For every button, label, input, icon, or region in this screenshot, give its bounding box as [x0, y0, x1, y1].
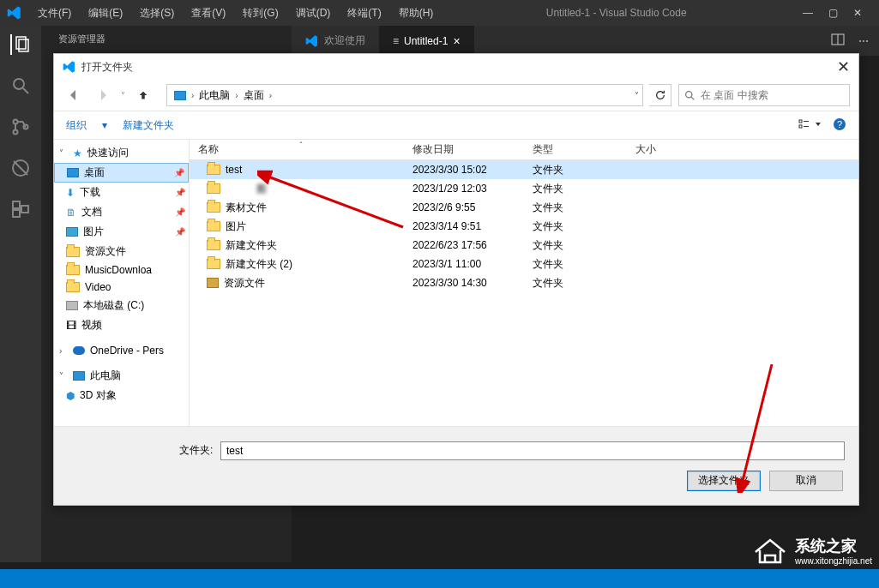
menu-selection[interactable]: 选择(S)	[133, 4, 181, 22]
file-date: 2023/3/1 11:00	[412, 258, 533, 270]
collapse-icon[interactable]: ˅	[59, 148, 68, 158]
nav-item-res[interactable]: 资源文件	[54, 242, 189, 261]
file-type: 文件夹	[533, 276, 635, 291]
nav-item-documents[interactable]: 🗎文档📌	[54, 202, 189, 222]
status-bar	[0, 569, 879, 588]
tab-welcome[interactable]: 欢迎使用	[292, 26, 379, 56]
dropdown-icon[interactable]: ▾	[102, 119, 107, 131]
col-header-type[interactable]: 类型	[533, 142, 635, 157]
file-row[interactable]: test2023/3/30 15:02文件夹	[190, 160, 858, 179]
svg-rect-0	[16, 37, 26, 49]
file-type: 文件夹	[533, 163, 635, 177]
breadcrumb[interactable]: › 此电脑 › 桌面 › ˅	[166, 84, 643, 106]
menu-view[interactable]: 查看(V)	[184, 4, 232, 22]
split-editor-icon[interactable]	[831, 33, 845, 49]
col-header-name[interactable]: ˆ名称	[190, 142, 412, 157]
file-date: 2023/1/29 12:03	[412, 183, 533, 195]
breadcrumb-pc-icon[interactable]	[171, 91, 190, 100]
svg-line-8	[14, 161, 27, 175]
nav-label: 文档	[81, 205, 102, 219]
maximize-icon[interactable]: ▢	[828, 7, 838, 19]
expand-icon[interactable]: ›	[59, 346, 68, 356]
search-input[interactable]	[701, 89, 844, 101]
svg-rect-1	[19, 39, 28, 51]
nav-label: 快速访问	[87, 146, 129, 160]
extensions-icon[interactable]	[10, 199, 31, 219]
menu-help[interactable]: 帮助(H)	[392, 4, 441, 22]
nav-back-icon[interactable]	[63, 84, 85, 106]
file-row[interactable]: 素材文件2023/2/6 9:55文件夹	[190, 198, 858, 217]
search-icon[interactable]	[10, 75, 31, 96]
more-actions-icon[interactable]: ⋯	[858, 35, 869, 47]
nav-up-icon[interactable]	[132, 84, 154, 106]
nav-item-pictures[interactable]: 图片📌	[54, 222, 189, 242]
file-name: 资源文件	[224, 276, 265, 291]
pc-icon	[73, 371, 85, 381]
svg-rect-17	[799, 125, 802, 128]
breadcrumb-segment-thispc[interactable]: 此电脑	[196, 88, 233, 103]
folder-label: 文件夹:	[179, 443, 214, 458]
breadcrumb-segment-desktop[interactable]: 桌面	[240, 88, 268, 103]
nav-item-cdrive[interactable]: 本地磁盘 (C:)	[54, 296, 189, 315]
view-options-icon[interactable]	[798, 118, 822, 133]
nav-item-desktop[interactable]: 桌面📌	[54, 163, 189, 183]
menu-edit[interactable]: 编辑(E)	[81, 4, 129, 22]
collapse-icon[interactable]: ˅	[59, 371, 68, 381]
vscode-menu: 文件(F) 编辑(E) 选择(S) 查看(V) 转到(G) 调试(D) 终端(T…	[31, 4, 440, 22]
breadcrumb-dropdown-icon[interactable]: ˅	[635, 91, 639, 100]
dialog-bottom: 文件夹: 选择文件夹 取消	[54, 426, 858, 505]
nav-item-downloads[interactable]: ⬇下载📌	[54, 183, 189, 202]
nav-pane: ˅ ★ 快速访问 桌面📌 ⬇下载📌 🗎文档📌 图片📌 资源文件 MusicDow…	[54, 140, 190, 426]
pin-icon: 📌	[175, 227, 185, 237]
nav-item-music[interactable]: MusicDownloa	[54, 261, 189, 279]
folder-name-input[interactable]	[220, 441, 845, 460]
search-box[interactable]	[678, 84, 850, 106]
cube-icon: ⬢	[66, 390, 75, 402]
file-row[interactable]: 新建文件夹2022/6/23 17:56文件夹	[190, 236, 858, 255]
nav-item-video[interactable]: Video	[54, 279, 189, 296]
col-header-date[interactable]: 修改日期	[412, 142, 533, 157]
folder-icon	[66, 282, 80, 292]
file-row[interactable]: 图2023/1/29 12:03文件夹	[190, 179, 858, 198]
dialog-toolbar: 组织 ▾ 新建文件夹 ?	[54, 111, 858, 140]
minimize-icon[interactable]: —	[803, 7, 813, 19]
chevron-right-icon[interactable]: ›	[191, 91, 194, 100]
svg-line-3	[23, 88, 28, 93]
nav-forward-icon[interactable]	[92, 84, 114, 106]
nav-item-3dobjects[interactable]: ⬢3D 对象	[54, 386, 189, 405]
close-tab-icon[interactable]: ×	[453, 34, 460, 48]
svg-rect-10	[13, 210, 20, 217]
select-folder-button[interactable]: 选择文件夹	[687, 471, 761, 491]
menu-file[interactable]: 文件(F)	[31, 4, 78, 22]
refresh-icon[interactable]	[649, 84, 671, 106]
file-date: 2023/3/30 15:02	[412, 164, 533, 176]
nav-label: 3D 对象	[80, 388, 117, 403]
menu-go[interactable]: 转到(G)	[236, 4, 285, 22]
explorer-icon[interactable]	[10, 34, 31, 55]
source-control-icon[interactable]	[10, 117, 31, 137]
nav-label: 此电脑	[90, 369, 121, 383]
debug-icon[interactable]	[10, 158, 31, 178]
nav-this-pc[interactable]: ˅此电脑	[54, 366, 189, 386]
nav-label: 资源文件	[85, 244, 126, 259]
nav-label: 下载	[80, 185, 100, 200]
file-row[interactable]: 资源文件2023/3/30 14:30文件夹	[190, 273, 858, 292]
file-row[interactable]: 图片2023/3/14 9:51文件夹	[190, 217, 858, 236]
help-icon[interactable]: ?	[833, 117, 846, 134]
menu-terminal[interactable]: 终端(T)	[340, 4, 388, 22]
close-window-icon[interactable]: ✕	[853, 7, 862, 19]
chevron-right-icon[interactable]: ›	[235, 91, 238, 100]
dialog-close-icon[interactable]: ✕	[837, 57, 850, 76]
nav-quick-access[interactable]: ˅ ★ 快速访问	[54, 143, 189, 163]
new-folder-button[interactable]: 新建文件夹	[123, 118, 174, 133]
nav-onedrive[interactable]: ›OneDrive - Pers	[54, 342, 189, 359]
organize-button[interactable]: 组织	[66, 118, 87, 133]
cancel-button[interactable]: 取消	[769, 471, 843, 491]
col-header-size[interactable]: 大小	[635, 142, 721, 157]
file-row[interactable]: 新建文件夹 (2)2023/3/1 11:00文件夹	[190, 255, 858, 273]
chevron-right-icon[interactable]: ›	[269, 91, 272, 100]
nav-history-dropdown-icon[interactable]: ˅	[121, 91, 125, 100]
menu-debug[interactable]: 调试(D)	[289, 4, 338, 22]
nav-item-videos2[interactable]: 🎞视频	[54, 315, 189, 335]
tab-untitled-1[interactable]: ≡ Untitled-1 ×	[379, 26, 474, 56]
